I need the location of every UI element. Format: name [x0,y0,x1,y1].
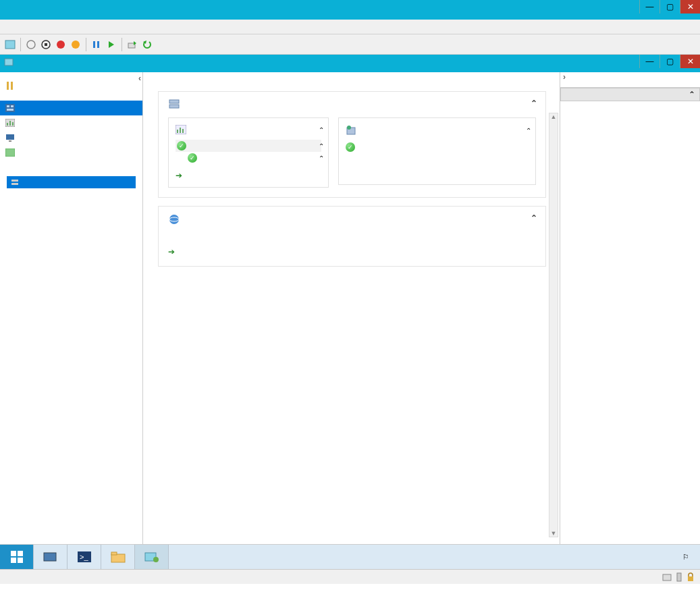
ops-icon [5,119,15,127]
console-close-button[interactable]: ✕ [680,55,700,68]
start-icon[interactable] [25,38,37,51]
report-icon [5,148,15,157]
svg-rect-28 [169,100,179,103]
check-icon: ✓ [188,153,197,163]
taskbar-ramc[interactable] [135,545,169,569]
svg-point-4 [57,40,65,49]
server-tree [0,173,142,191]
config-icon [5,81,15,90]
taskbar-server-manager[interactable] [34,545,68,569]
svg-rect-26 [11,180,18,182]
globe-icon [168,213,182,225]
vm-titlebar: — ▢ ✕ [0,0,700,20]
svg-rect-32 [180,128,181,133]
svg-rect-27 [11,183,18,185]
vm-statusbar [0,569,700,584]
server-icon [168,99,182,111]
nav-da-vpn[interactable] [0,94,142,101]
nav-remote-client[interactable] [0,130,142,145]
ctrl-alt-del-icon[interactable] [4,38,16,51]
tasks-section-header[interactable]: ⌃ [560,88,700,101]
chevron-icon[interactable]: ⌃ [319,142,324,150]
nav-reporting[interactable] [0,145,142,160]
svg-rect-13 [7,82,9,90]
svg-rect-0 [5,40,15,49]
svg-rect-22 [12,122,14,126]
nav-collapse-icon[interactable]: ‹ [138,74,141,83]
svg-rect-12 [5,59,13,65]
svg-rect-46 [111,552,117,555]
minimize-button[interactable]: — [639,0,659,14]
svg-rect-20 [7,123,8,126]
collapse-icon[interactable]: ⌃ [531,213,537,223]
svg-rect-42 [44,553,56,561]
lang-indicator[interactable]: ⚐ [676,553,700,562]
svg-rect-6 [93,41,95,48]
svg-rect-49 [663,574,671,580]
turnoff-icon[interactable] [40,38,52,51]
collapse-icon[interactable]: ⌃ [319,126,324,134]
svg-rect-33 [182,129,184,133]
svg-rect-29 [169,105,179,108]
nav-ops-status[interactable] [0,115,142,130]
svg-rect-50 [677,573,681,581]
chart-icon [176,125,186,134]
disk-icon [662,572,672,582]
taskbar-powershell[interactable]: >_ [68,545,101,569]
task-refresh[interactable] [560,101,700,109]
console-maximize-button[interactable]: ▢ [659,55,680,68]
svg-rect-23 [6,134,14,140]
svg-rect-39 [18,551,23,556]
svg-rect-51 [688,576,693,581]
scrollbar[interactable]: ▲ ▼ [549,113,558,537]
svg-rect-17 [11,105,14,107]
svg-rect-15 [5,104,15,112]
client-status-panel: ⌃ [158,206,546,267]
svg-rect-3 [45,43,47,46]
vm-menubar [0,20,700,34]
status-icons [662,572,695,582]
svg-rect-38 [11,551,16,556]
revert-icon[interactable] [141,38,153,51]
console-icon [4,57,15,68]
save-icon[interactable] [70,38,82,51]
task-configure-interval[interactable] [560,109,700,117]
svg-point-48 [153,557,159,562]
close-button[interactable]: ✕ [680,0,700,14]
chevron-up-icon: ⌃ [689,90,695,99]
shutdown-icon[interactable] [55,38,67,51]
tree-da-node[interactable]: ✓ ⌃ [176,152,321,164]
svg-rect-45 [111,554,125,562]
collapse-icon[interactable]: ⌃ [526,127,531,134]
task-generate-report[interactable] [560,126,700,134]
ops-status-link[interactable] [176,171,321,180]
pause-icon[interactable] [90,38,103,51]
server-node[interactable] [7,176,136,188]
nav-dashboard[interactable] [0,101,142,115]
check-icon: ✓ [346,142,355,152]
tree-server-node[interactable]: ✓ ⌃ [176,140,321,152]
maximize-button[interactable]: ▢ [659,0,680,14]
operations-status-panel: ⌃ ✓ ⌃ ✓ ⌃ [168,117,329,188]
svg-rect-7 [97,41,99,48]
nav-configuration[interactable] [0,78,142,94]
reset-icon[interactable] [105,38,117,51]
flag-icon: ⚐ [682,553,689,562]
svg-point-5 [72,40,80,49]
task-start-tracing[interactable] [560,117,700,126]
configuration-status-panel: ⌃ ✓ [338,117,536,185]
config-time-row: ✓ [346,141,529,153]
checkpoint-icon[interactable] [126,38,138,51]
chevron-icon[interactable]: ⌃ [319,155,324,162]
svg-rect-18 [7,109,14,111]
start-button[interactable] [0,545,34,569]
taskbar-explorer[interactable] [101,545,135,569]
lock-icon [686,572,695,582]
tasks-expand-icon[interactable]: › [563,72,566,82]
check-icon: ✓ [177,141,186,151]
nav-pane: ‹ [0,72,143,544]
console-minimize-button[interactable]: — [639,55,659,68]
tasks-title [560,82,700,88]
collapse-icon[interactable]: ⌃ [531,99,537,108]
remote-client-link[interactable] [168,247,536,256]
